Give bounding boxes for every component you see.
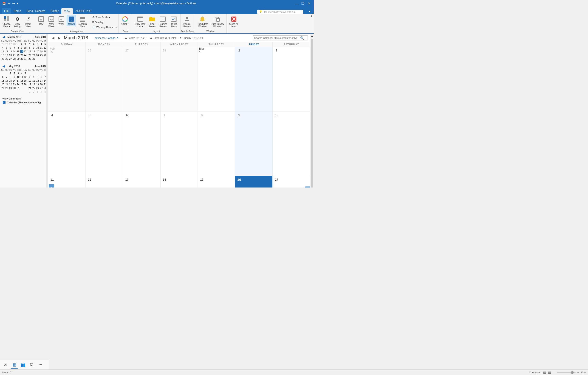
mini-date[interactable]: 14 xyxy=(5,79,9,83)
mini-date[interactable]: 27 xyxy=(9,57,12,61)
calendar-checkbox[interactable]: ✓ xyxy=(3,101,6,104)
mini-date[interactable]: 28 xyxy=(12,57,16,61)
schedule-view-button[interactable]: ScheduleView xyxy=(77,15,89,29)
mini-date[interactable] xyxy=(39,57,43,61)
mini-date[interactable]: 13 xyxy=(1,79,5,83)
mini-date[interactable]: 6 xyxy=(9,46,12,50)
month-button[interactable]: M Month xyxy=(67,15,76,26)
mini-date[interactable]: 17 xyxy=(36,50,39,53)
mini-date[interactable]: 11 xyxy=(20,75,23,79)
ribbon-minimize-icon[interactable]: ▲ xyxy=(310,14,313,17)
mini-date[interactable]: 24 xyxy=(23,53,27,57)
tab-adobe-pdf[interactable]: ADOBE PDF xyxy=(73,8,94,14)
mini-date[interactable]: 3 xyxy=(36,42,39,46)
cal-cell-mar2[interactable]: 2 xyxy=(235,47,273,111)
working-hours-button[interactable]: 🕐 Working Hours xyxy=(91,25,114,29)
tab-view[interactable]: View xyxy=(61,8,73,14)
calendar-item[interactable]: ✓ Calendar (This computer only) xyxy=(2,100,44,105)
mini-date[interactable] xyxy=(20,86,23,90)
week-button[interactable]: W Week xyxy=(56,15,66,26)
mini-date[interactable] xyxy=(23,86,27,90)
color-button[interactable]: Color ▾ xyxy=(120,15,130,26)
mini-date[interactable] xyxy=(36,57,39,61)
mini-date[interactable]: 5 xyxy=(43,42,46,46)
mini-date[interactable]: 25 xyxy=(20,83,23,86)
mini-date[interactable]: 18 xyxy=(32,83,36,86)
mini-date[interactable]: 28 xyxy=(43,86,46,90)
mini-date[interactable]: 2 xyxy=(20,42,23,46)
tell-me-input[interactable]: 💡 Tell me what you want to do xyxy=(257,10,303,14)
mini-date[interactable]: 5 xyxy=(23,72,27,75)
mini-date[interactable]: 11 xyxy=(39,46,43,50)
mini-date[interactable]: 25 xyxy=(1,57,5,61)
prev-appointment-button[interactable]: ◀ Previous Appointment xyxy=(49,184,54,188)
mini-date[interactable] xyxy=(32,72,36,75)
mini-date[interactable]: 31 xyxy=(23,57,27,61)
folder-pane-button[interactable]: FolderPane ▾ xyxy=(147,15,157,29)
daily-task-list-button[interactable]: Daily TaskList ▾ xyxy=(134,15,146,29)
quick-access-undo[interactable]: ↩ xyxy=(8,2,10,5)
next-appointment-button[interactable]: Next Appointment ▶ xyxy=(305,187,310,188)
mini-date[interactable]: 28 xyxy=(12,42,16,46)
mini-date[interactable]: 15 xyxy=(28,50,32,53)
cal-cell-13[interactable]: 13 xyxy=(123,176,160,188)
mini-date[interactable]: 11 xyxy=(32,79,36,83)
arrangement-expand-icon[interactable]: ▾ xyxy=(114,25,117,29)
mini-date[interactable]: 5 xyxy=(43,90,46,94)
close-all-items-button[interactable]: Close AllItems xyxy=(228,15,239,29)
mini-date[interactable]: 1 xyxy=(16,42,20,46)
cal-cell-5[interactable]: 5 xyxy=(86,111,123,176)
mini-date[interactable]: 8 xyxy=(9,75,12,79)
mini-date[interactable]: 26 xyxy=(5,42,9,46)
cal-cell-mar1[interactable]: Mar 1 xyxy=(198,47,235,111)
cal-cell-9[interactable]: 9 xyxy=(235,111,273,176)
overlay-button[interactable]: ⧉ Overlay xyxy=(91,20,114,24)
mini-date[interactable]: 26 xyxy=(23,83,27,86)
mini-cal-march-prev[interactable]: ◀ xyxy=(2,35,6,39)
mini-date[interactable]: 16 xyxy=(32,50,36,53)
mini-date[interactable]: 7 xyxy=(5,75,9,79)
mini-date[interactable]: 29 xyxy=(28,57,32,61)
mini-date[interactable]: 30 xyxy=(32,57,36,61)
mini-date[interactable]: 22 xyxy=(16,53,20,57)
open-new-window-button[interactable]: Open in NewWindow xyxy=(210,15,225,29)
mini-date[interactable]: 9 xyxy=(32,46,36,50)
mini-date[interactable]: 17 xyxy=(28,83,32,86)
tab-folder[interactable]: Folder xyxy=(48,8,61,14)
mini-date[interactable]: 1 xyxy=(28,42,32,46)
mini-date[interactable]: 20 xyxy=(39,83,43,86)
search-icon[interactable]: 🔍 xyxy=(300,36,304,40)
mini-date[interactable]: 7 xyxy=(12,46,16,50)
mini-date[interactable]: 3 xyxy=(28,75,32,79)
cal-cell-15[interactable]: 15 xyxy=(198,176,235,188)
mini-date[interactable]: 26 xyxy=(43,53,46,57)
cal-cell-10[interactable]: 10 xyxy=(273,111,310,176)
mini-date[interactable]: 1 xyxy=(9,72,12,75)
mini-date[interactable]: 4 xyxy=(39,42,43,46)
cal-cell-14[interactable]: 14 xyxy=(160,176,198,188)
mini-date[interactable]: 4 xyxy=(39,90,43,94)
mini-date[interactable]: 10 xyxy=(16,75,20,79)
mini-date[interactable]: 12 xyxy=(5,50,9,53)
mini-date[interactable]: 25 xyxy=(39,53,43,57)
mini-date[interactable]: 10 xyxy=(36,46,39,50)
mini-date[interactable]: 28 xyxy=(5,86,9,90)
scrollbar-track[interactable] xyxy=(311,39,313,188)
mini-date[interactable]: 4 xyxy=(20,72,23,75)
cal-cell-12[interactable]: 12 xyxy=(86,176,123,188)
mini-date[interactable]: 18 xyxy=(20,79,23,83)
sidebar-resize-handle[interactable]: ◀ xyxy=(46,34,48,188)
work-week-button[interactable]: WW WorkWeek xyxy=(46,15,56,29)
mini-date[interactable] xyxy=(1,72,5,75)
quick-access-redo[interactable]: ↪ xyxy=(12,2,15,5)
cal-cell-6[interactable]: 6 xyxy=(123,111,160,176)
mini-date[interactable]: 3 xyxy=(36,90,39,94)
mini-date[interactable]: 18 xyxy=(39,50,43,53)
mini-date[interactable]: 10 xyxy=(28,79,32,83)
mini-date[interactable]: 2 xyxy=(32,90,36,94)
mini-date[interactable]: 30 xyxy=(20,57,23,61)
mini-date[interactable]: 14 xyxy=(43,79,46,83)
mini-date[interactable]: 2 xyxy=(32,42,36,46)
mini-date[interactable]: 1 xyxy=(28,90,32,94)
mini-date[interactable]: 25 xyxy=(1,42,5,46)
